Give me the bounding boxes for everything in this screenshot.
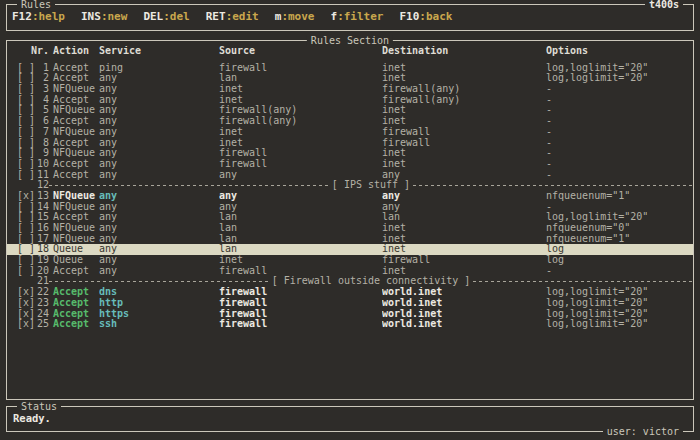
- menu-key-back: F10: [399, 10, 419, 23]
- table-row[interactable]: [x]23Accepthttpfirewallworld.inetlog,log…: [7, 298, 693, 309]
- rules-window: Rules t400s F12:helpINS:newDEL:delRET:ed…: [6, 4, 694, 31]
- rule-action: Accept: [49, 212, 99, 223]
- rule-source: firewall: [219, 319, 382, 330]
- col-header-service: Service: [99, 46, 219, 57]
- separator-label: [ Firewall outside connectivity ]: [269, 276, 474, 287]
- rule-source: firewall(any): [219, 116, 382, 127]
- rule-number: 22: [35, 287, 49, 298]
- rule-checkbox[interactable]: [ ]: [17, 202, 35, 213]
- table-row[interactable]: [x]25Acceptsshfirewallworld.inetlog,logl…: [7, 319, 693, 330]
- menu-item-filter[interactable]: f:filter: [331, 10, 384, 23]
- rule-checkbox[interactable]: [ ]: [17, 63, 35, 74]
- menu-item-back[interactable]: F10:back: [399, 10, 452, 23]
- table-row[interactable]: [ ]7NFQueueanyinetfirewall-: [7, 127, 693, 138]
- rule-destination: inet: [382, 266, 546, 277]
- rule-service: http: [99, 298, 219, 309]
- table-row[interactable]: [ ]11Acceptanyanyany-: [7, 170, 693, 181]
- rule-number: 5: [35, 105, 49, 116]
- menu-item-help[interactable]: F12:help: [12, 10, 65, 23]
- rule-checkbox[interactable]: [ ]: [17, 234, 35, 245]
- rule-destination: world.inet: [382, 298, 546, 309]
- table-row[interactable]: [ ]5NFQueueanyfirewall(any)inet-: [7, 105, 693, 116]
- rule-options: log,loglimit="20": [546, 309, 693, 320]
- rules-section-window: Rules Section Nr.ActionServiceSourceDest…: [6, 40, 694, 400]
- rule-number: 10: [35, 159, 49, 170]
- rule-action: Accept: [49, 95, 99, 106]
- separator-line: [ IPS stuff ]: [49, 180, 693, 191]
- rule-checkbox[interactable]: [ ]: [17, 170, 35, 181]
- rule-source: inet: [219, 138, 382, 149]
- rule-service: any: [99, 127, 219, 138]
- table-row[interactable]: [ ]3NFQueueanyinetfirewall(any)-: [7, 84, 693, 95]
- rule-source: lan: [219, 244, 382, 255]
- rule-options: log,loglimit="20": [546, 63, 693, 74]
- rule-checkbox[interactable]: [x]: [17, 319, 35, 330]
- menu-item-del[interactable]: DEL:del: [143, 10, 189, 23]
- table-row[interactable]: [ ]1Acceptpingfirewallinetlog,loglimit="…: [7, 63, 693, 74]
- table-row[interactable]: [ ]2Acceptanylaninetlog,loglimit="20": [7, 73, 693, 84]
- rule-options: -: [546, 127, 693, 138]
- rule-service: dns: [99, 287, 219, 298]
- menu-item-new[interactable]: INS:new: [81, 10, 127, 23]
- rule-options: nfqueuenum="1": [546, 234, 693, 245]
- rule-options: log,loglimit="20": [546, 287, 693, 298]
- table-row[interactable]: [ ]15Acceptanylanlanlog,loglimit="20": [7, 212, 693, 223]
- table-row[interactable]: [ ]19Queueanyinetfirewalllog: [7, 255, 693, 266]
- table-row[interactable]: [x]22Acceptdnsfirewallworld.inetlog,logl…: [7, 287, 693, 298]
- rule-number: 6: [35, 116, 49, 127]
- rule-checkbox[interactable]: [ ]: [17, 138, 35, 149]
- rule-service: any: [99, 234, 219, 245]
- rule-checkbox[interactable]: [ ]: [17, 116, 35, 127]
- separator-row: 21[ Firewall outside connectivity ]: [7, 276, 693, 287]
- rule-action: NFQueue: [49, 84, 99, 95]
- rule-checkbox[interactable]: [ ]: [17, 159, 35, 170]
- rule-service: any: [99, 191, 219, 202]
- rule-checkbox[interactable]: [ ]: [17, 255, 35, 266]
- table-row[interactable]: [ ]17NFQueueanylaninetnfqueuenum="1": [7, 234, 693, 245]
- table-row[interactable]: [ ]10Acceptanyfirewallinet-: [7, 159, 693, 170]
- rule-destination: any: [382, 202, 546, 213]
- table-row[interactable]: [x]24Accepthttpsfirewallworld.inetlog,lo…: [7, 309, 693, 320]
- rule-checkbox[interactable]: [ ]: [17, 212, 35, 223]
- table-row[interactable]: [ ]9NFQueueanyfirewallinet-: [7, 148, 693, 159]
- rule-source: firewall: [219, 266, 382, 277]
- rule-action: Accept: [49, 63, 99, 74]
- table-row[interactable]: [ ]14NFQueueanyanyany-: [7, 202, 693, 213]
- rule-destination: inet: [382, 148, 546, 159]
- rule-number: 7: [35, 127, 49, 138]
- rule-number: 1: [35, 63, 49, 74]
- table-row[interactable]: [ ]4Acceptanyinetfirewall(any)-: [7, 95, 693, 106]
- rule-checkbox[interactable]: [ ]: [17, 95, 35, 106]
- table-row[interactable]: [ ]20Acceptanyfirewallinet-: [7, 266, 693, 277]
- rule-checkbox[interactable]: [ ]: [17, 127, 35, 138]
- rule-checkbox[interactable]: [ ]: [17, 223, 35, 234]
- table-row[interactable]: [x]13NFQueueanyanyanynfqueuenum="1": [7, 191, 693, 202]
- table-row[interactable]: [ ]16NFQueueanylaninetnfqueuenum="0": [7, 223, 693, 234]
- rule-checkbox[interactable]: [ ]: [17, 244, 35, 255]
- rule-checkbox[interactable]: [x]: [17, 287, 35, 298]
- rule-service: any: [99, 73, 219, 84]
- rule-destination: world.inet: [382, 319, 546, 330]
- rule-number: 14: [35, 202, 49, 213]
- table-row[interactable]: [ ]8Acceptanyinetfirewall-: [7, 138, 693, 149]
- rule-checkbox[interactable]: [x]: [17, 191, 35, 202]
- menu-item-edit[interactable]: RET:edit: [206, 10, 259, 23]
- rule-checkbox[interactable]: [x]: [17, 298, 35, 309]
- rule-checkbox[interactable]: [ ]: [17, 84, 35, 95]
- rule-checkbox[interactable]: [ ]: [17, 105, 35, 116]
- rule-checkbox[interactable]: [x]: [17, 309, 35, 320]
- menubar: F12:helpINS:newDEL:delRET:editm:movef:fi…: [7, 5, 693, 23]
- rule-checkbox[interactable]: [ ]: [17, 148, 35, 159]
- hostname-label: t400s: [645, 0, 683, 10]
- rule-number: 9: [35, 148, 49, 159]
- rule-service: any: [99, 105, 219, 116]
- rule-options: log,loglimit="20": [546, 212, 693, 223]
- rule-source: firewall: [219, 148, 382, 159]
- rule-source: inet: [219, 95, 382, 106]
- menu-item-move[interactable]: m:move: [275, 10, 315, 23]
- table-row[interactable]: [ ]18Queueanylaninetlog: [7, 244, 693, 255]
- rule-checkbox[interactable]: [ ]: [17, 266, 35, 277]
- rule-checkbox[interactable]: [ ]: [17, 73, 35, 84]
- table-row[interactable]: [ ]6Acceptanyfirewall(any)inet-: [7, 116, 693, 127]
- rule-number: 17: [35, 234, 49, 245]
